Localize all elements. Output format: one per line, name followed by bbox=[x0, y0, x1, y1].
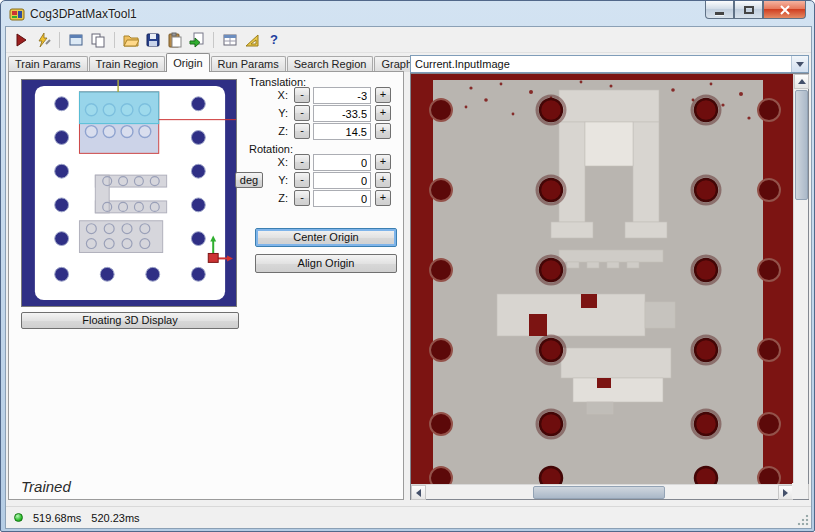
rotation-label: Rotation: bbox=[249, 143, 293, 155]
scroll-right-icon bbox=[783, 489, 788, 497]
electric-edit-button[interactable] bbox=[34, 31, 52, 49]
rotation-z-field[interactable] bbox=[313, 190, 371, 207]
titlebar[interactable]: Cog3DPatMaxTool1 bbox=[1, 1, 814, 26]
translation-x-label: X: bbox=[262, 89, 288, 101]
save-icon bbox=[145, 32, 161, 48]
chevron-down-icon bbox=[796, 62, 804, 67]
import-button[interactable] bbox=[188, 31, 206, 49]
app-icon bbox=[9, 6, 25, 22]
results-grid-icon bbox=[222, 32, 238, 48]
translation-y-decrement[interactable]: - bbox=[294, 105, 310, 121]
close-icon bbox=[780, 5, 790, 15]
status-time-b: 520.23ms bbox=[91, 512, 139, 524]
tab-train-params[interactable]: Train Params bbox=[8, 56, 88, 72]
close-button[interactable] bbox=[763, 1, 806, 19]
floating-window-button[interactable] bbox=[67, 31, 85, 49]
help-icon: ? bbox=[270, 32, 278, 47]
input-image-selector[interactable]: Current.InputImage bbox=[410, 55, 809, 73]
rotation-x-increment[interactable]: + bbox=[375, 154, 391, 170]
align-origin-button[interactable]: Align Origin bbox=[255, 254, 397, 273]
vertical-scroll-thumb[interactable] bbox=[795, 90, 808, 200]
import-icon bbox=[189, 32, 205, 48]
rotation-y-increment[interactable]: + bbox=[375, 172, 391, 188]
trained-status-text: Trained bbox=[21, 478, 71, 495]
origin-tab-page: Floating 3D Display Translation: X: - + … bbox=[8, 71, 404, 500]
input-image-display bbox=[410, 73, 809, 500]
floating-3d-display-button[interactable]: Floating 3D Display bbox=[21, 312, 239, 329]
scroll-left-button[interactable] bbox=[411, 485, 426, 500]
combobox-dropdown-button[interactable] bbox=[791, 56, 808, 72]
status-led-icon bbox=[14, 513, 23, 522]
tab-origin[interactable]: Origin bbox=[166, 53, 209, 72]
translation-y-label: Y: bbox=[262, 107, 288, 119]
scroll-right-button[interactable] bbox=[778, 485, 793, 500]
center-origin-button[interactable]: Center Origin bbox=[255, 228, 397, 247]
rotation-z-increment[interactable]: + bbox=[375, 190, 391, 206]
status-time-a: 519.68ms bbox=[33, 512, 81, 524]
tab-search-region[interactable]: Search Region bbox=[287, 56, 374, 72]
translation-z-increment[interactable]: + bbox=[375, 123, 391, 139]
rotation-x-decrement[interactable]: - bbox=[294, 154, 310, 170]
resize-grip[interactable] bbox=[797, 514, 809, 526]
translation-z-field[interactable] bbox=[313, 123, 371, 140]
horizontal-scroll-thumb[interactable] bbox=[533, 486, 665, 499]
pattern-3d-display[interactable] bbox=[21, 79, 237, 307]
minimize-icon bbox=[715, 12, 724, 15]
toolbar-separator bbox=[213, 32, 214, 48]
maximize-icon bbox=[744, 6, 754, 14]
vertical-scrollbar[interactable] bbox=[793, 74, 808, 499]
copy-results-button[interactable] bbox=[89, 31, 107, 49]
scrollbar-corner bbox=[792, 483, 808, 499]
app-client-area: ? Train Params Train Region Origin Run P… bbox=[5, 26, 812, 529]
open-file-button[interactable] bbox=[122, 31, 140, 49]
save-button[interactable] bbox=[144, 31, 162, 49]
translation-z-label: Z: bbox=[262, 125, 288, 137]
open-folder-icon bbox=[123, 32, 139, 48]
rotation-z-label: Z: bbox=[262, 192, 288, 204]
toolbar: ? bbox=[6, 27, 811, 53]
maximize-button[interactable] bbox=[734, 1, 763, 19]
tab-train-region[interactable]: Train Region bbox=[89, 56, 166, 72]
paste-button[interactable] bbox=[166, 31, 184, 49]
horizontal-scrollbar[interactable] bbox=[411, 484, 793, 499]
deg-units-button[interactable]: deg bbox=[235, 172, 263, 188]
run-button[interactable] bbox=[12, 31, 30, 49]
toolbar-separator bbox=[114, 32, 115, 48]
rotation-y-label: Y: bbox=[262, 174, 288, 186]
run-icon bbox=[13, 32, 29, 48]
rotation-y-field[interactable] bbox=[313, 172, 371, 189]
copy-icon bbox=[90, 32, 106, 48]
translation-x-field[interactable] bbox=[313, 87, 371, 104]
minimize-button[interactable] bbox=[705, 1, 734, 19]
translation-y-field[interactable] bbox=[313, 105, 371, 122]
electric-edit-icon bbox=[35, 32, 51, 48]
scroll-up-button[interactable] bbox=[794, 74, 809, 89]
rotation-x-label: X: bbox=[262, 156, 288, 168]
scroll-left-icon bbox=[416, 489, 421, 497]
toolbar-separator bbox=[59, 32, 60, 48]
status-bar: 519.68ms 520.23ms bbox=[6, 506, 811, 528]
results-grid-button[interactable] bbox=[221, 31, 239, 49]
rotation-z-decrement[interactable]: - bbox=[294, 190, 310, 206]
calibration-icon bbox=[244, 32, 260, 48]
paste-icon bbox=[167, 32, 183, 48]
window-title: Cog3DPatMaxTool1 bbox=[30, 7, 137, 21]
floating-window-icon bbox=[68, 32, 84, 48]
input-image-canvas[interactable] bbox=[411, 74, 793, 484]
help-button[interactable]: ? bbox=[265, 31, 283, 49]
rotation-y-decrement[interactable]: - bbox=[294, 172, 310, 188]
translation-x-decrement[interactable]: - bbox=[294, 87, 310, 103]
rotation-x-field[interactable] bbox=[313, 154, 371, 171]
calibration-button[interactable] bbox=[243, 31, 261, 49]
tab-run-params[interactable]: Run Params bbox=[211, 56, 286, 72]
translation-z-decrement[interactable]: - bbox=[294, 123, 310, 139]
app-window: Cog3DPatMaxTool1 bbox=[0, 0, 815, 532]
scroll-up-icon bbox=[798, 79, 806, 84]
translation-x-increment[interactable]: + bbox=[375, 87, 391, 103]
input-image-selector-value: Current.InputImage bbox=[411, 58, 791, 70]
translation-y-increment[interactable]: + bbox=[375, 105, 391, 121]
